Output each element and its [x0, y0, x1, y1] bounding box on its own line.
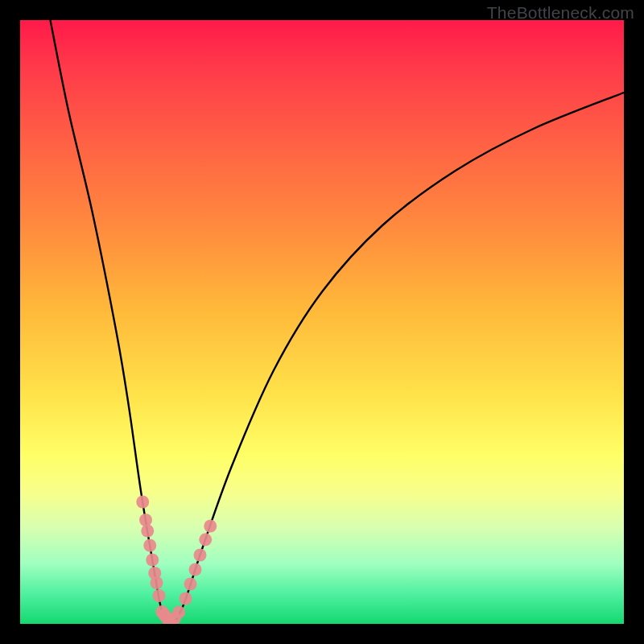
highlight-dot	[153, 589, 166, 602]
highlight-dot	[204, 520, 217, 533]
highlight-dot	[143, 539, 156, 552]
highlight-dot	[146, 554, 159, 567]
highlight-dot	[151, 576, 163, 589]
highlight-dot	[141, 525, 154, 538]
highlight-markers	[136, 496, 217, 625]
outer-frame: TheBottleneck.com	[0, 0, 644, 644]
highlight-dot	[189, 564, 202, 576]
chart-svg	[20, 20, 624, 624]
highlight-dot	[139, 514, 152, 526]
watermark-text: TheBottleneck.com	[487, 3, 634, 23]
highlight-dot	[180, 592, 192, 605]
curve-line	[51, 20, 625, 624]
highlight-dot	[199, 533, 212, 546]
highlight-dot	[136, 496, 149, 509]
highlight-dot	[194, 549, 207, 562]
bottleneck-curve	[51, 20, 625, 624]
plot-area	[20, 20, 624, 624]
highlight-dot	[172, 605, 185, 618]
highlight-dot	[184, 578, 197, 591]
